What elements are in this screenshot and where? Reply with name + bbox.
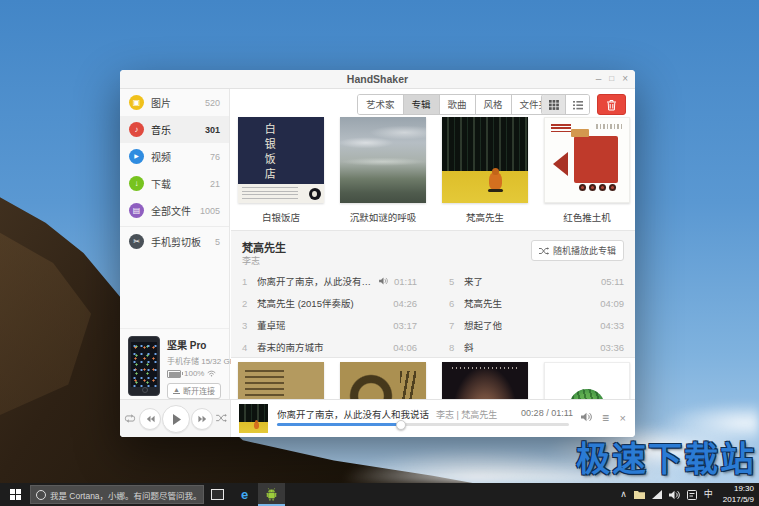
start-button[interactable] — [0, 483, 30, 506]
task-view-icon — [211, 489, 224, 500]
album-chenmo[interactable]: 沉默如谜的呼吸 — [340, 117, 426, 224]
album-detail-panel: 梵高先生 李志 随机播放此专辑 1 你离开了南京，从此没有人和我说话 — [231, 230, 635, 358]
task-view-button[interactable] — [204, 483, 231, 506]
video-icon: ▶ — [129, 149, 144, 164]
cortana-search-box[interactable]: 我是 Cortana，小娜。有问题尽管问我。 — [30, 485, 204, 504]
title-bar[interactable]: HandShaker – □ × — [120, 70, 635, 89]
grid-view-button[interactable] — [542, 95, 565, 114]
player-close-icon[interactable]: × — [620, 409, 626, 427]
tray-chevron-icon[interactable]: ∧ — [620, 490, 627, 499]
album-title: 沉默如谜的呼吸 — [340, 210, 426, 224]
download-icon: ↓ — [129, 176, 144, 191]
count-badge: 301 — [205, 125, 220, 135]
track-list: 1 你离开了南京，从此没有人和我说话 01:11 2 梵高先生 (2015伴奏版… — [242, 270, 624, 358]
clock[interactable]: 19:30 2017/5/9 — [723, 484, 754, 505]
progress-handle[interactable] — [396, 420, 406, 430]
album-baiyin-fandian[interactable]: 白银饭店 白银饭店 — [238, 117, 324, 224]
count-badge: 76 — [210, 152, 220, 162]
picture-icon: ▣ — [129, 95, 144, 110]
track-row[interactable]: 5 来了 05:11 — [449, 270, 624, 292]
windows-logo-icon — [10, 489, 21, 500]
library-tabs: 艺术家 专辑 歌曲 风格 文件夹 — [357, 94, 557, 115]
tray-folder-icon[interactable] — [634, 490, 645, 499]
disconnect-button[interactable]: ▲ 断开连接 — [167, 383, 221, 399]
album-partial-3[interactable] — [442, 362, 528, 400]
phone-name: 坚果 Pro — [167, 337, 229, 352]
sidebar-item-clipboard[interactable]: ✂ 手机剪切板 5 — [120, 226, 229, 256]
delete-button[interactable] — [597, 94, 626, 115]
sidebar-item-music[interactable]: ♪ 音乐 301 — [120, 116, 229, 143]
battery-percent: 100% — [184, 369, 204, 378]
sidebar-item-pictures[interactable]: ▣ 图片 520 — [120, 89, 229, 116]
progress-bar[interactable] — [277, 423, 569, 426]
shuffle-mode-icon[interactable] — [216, 414, 227, 422]
track-row[interactable]: 2 梵高先生 (2015伴奏版) 04:26 — [242, 292, 417, 314]
tab-artists[interactable]: 艺术家 — [358, 95, 404, 114]
now-playing-title: 你离开了南京，从此没有人和我说话李志 | 梵高先生 — [277, 407, 505, 421]
album-partial-2[interactable] — [340, 362, 426, 400]
edge-icon: e — [241, 488, 248, 501]
list-view-button[interactable] — [565, 95, 589, 114]
album-hongse[interactable]: 红色推土机 — [544, 117, 630, 224]
grid-icon — [549, 100, 559, 110]
album-partial-1[interactable] — [238, 362, 324, 400]
sidebar-item-videos[interactable]: ▶ 视频 76 — [120, 143, 229, 170]
list-icon — [573, 100, 583, 110]
album-fangao[interactable]: 梵高先生 — [442, 117, 528, 224]
action-center-icon[interactable] — [687, 490, 697, 500]
track-row[interactable]: 1 你离开了南京，从此没有人和我说话 01:11 — [242, 270, 417, 292]
site-watermark: 极速下载站 — [576, 432, 756, 481]
track-row[interactable]: 4 春末的南方城市 04:06 — [242, 336, 417, 358]
progress-fill — [277, 423, 400, 426]
album-cover — [340, 117, 426, 203]
album-cover — [238, 362, 324, 400]
album-cover — [442, 117, 528, 203]
handshaker-taskbar-button[interactable] — [258, 483, 285, 506]
track-row[interactable]: 6 梵高先生 04:09 — [449, 292, 624, 314]
count-badge: 1005 — [200, 206, 220, 216]
album-title: 红色推土机 — [544, 210, 630, 224]
window-title: HandShaker — [120, 70, 635, 88]
cortana-icon — [36, 490, 46, 500]
tab-genres[interactable]: 风格 — [476, 95, 512, 114]
wifi-icon — [207, 370, 216, 377]
now-playing-speaker-icon — [379, 277, 388, 285]
repeat-icon[interactable] — [124, 414, 136, 423]
shuffle-album-button[interactable]: 随机播放此专辑 — [531, 240, 624, 261]
ime-indicator[interactable]: 中 — [704, 490, 713, 499]
previous-button[interactable] — [139, 408, 161, 430]
system-tray: ∧ 中 19:30 2017/5/9 — [620, 484, 759, 505]
player-bar: 你离开了南京，从此没有人和我说话李志 | 梵高先生 00:28 / 01:11 … — [120, 399, 635, 437]
now-playing-thumbnail[interactable] — [239, 404, 268, 433]
eject-icon: ▲ — [173, 387, 180, 394]
tab-songs[interactable]: 歌曲 — [440, 95, 476, 114]
album-partial-4[interactable] — [544, 362, 630, 400]
close-button[interactable]: × — [622, 74, 628, 84]
count-badge: 21 — [210, 179, 220, 189]
network-icon[interactable] — [652, 490, 662, 499]
music-icon: ♪ — [129, 122, 144, 137]
main-content: 艺术家 专辑 歌曲 风格 文件夹 — [231, 89, 635, 400]
track-row[interactable]: 7 想起了他 04:33 — [449, 314, 624, 336]
play-button[interactable] — [162, 405, 190, 433]
playlist-icon[interactable]: ≡ — [602, 409, 609, 427]
track-row[interactable]: 8 斜 03:36 — [449, 336, 624, 358]
taskbar: 我是 Cortana，小娜。有问题尽管问我。 e ∧ — [0, 483, 759, 506]
clock-time: 19:30 — [723, 484, 754, 494]
album-title: 梵高先生 — [442, 210, 528, 224]
volume-icon[interactable] — [581, 412, 592, 422]
sidebar-item-downloads[interactable]: ↓ 下载 21 — [120, 170, 229, 197]
detail-album-title: 梵高先生 — [242, 239, 286, 255]
desktop: 极速下载站 HandShaker – □ × ▣ 图片 520 ♪ 音乐 301 — [0, 0, 759, 506]
clock-date: 2017/5/9 — [723, 495, 754, 505]
speaker-icon[interactable] — [669, 490, 680, 500]
playback-time: 00:28 / 01:11 — [521, 408, 573, 418]
edge-taskbar-button[interactable]: e — [231, 483, 258, 506]
maximize-button[interactable]: □ — [609, 74, 614, 84]
tab-albums[interactable]: 专辑 — [404, 95, 440, 114]
next-button[interactable] — [191, 408, 213, 430]
track-row[interactable]: 3 董卓瑶 03:17 — [242, 314, 417, 336]
sidebar-item-all-files[interactable]: ▤ 全部文件 1005 — [120, 197, 229, 224]
minimize-button[interactable]: – — [596, 74, 602, 84]
phone-panel: 坚果 Pro 手机存储 15/32 GB 100% ▲ 断开连接 — [120, 328, 229, 400]
